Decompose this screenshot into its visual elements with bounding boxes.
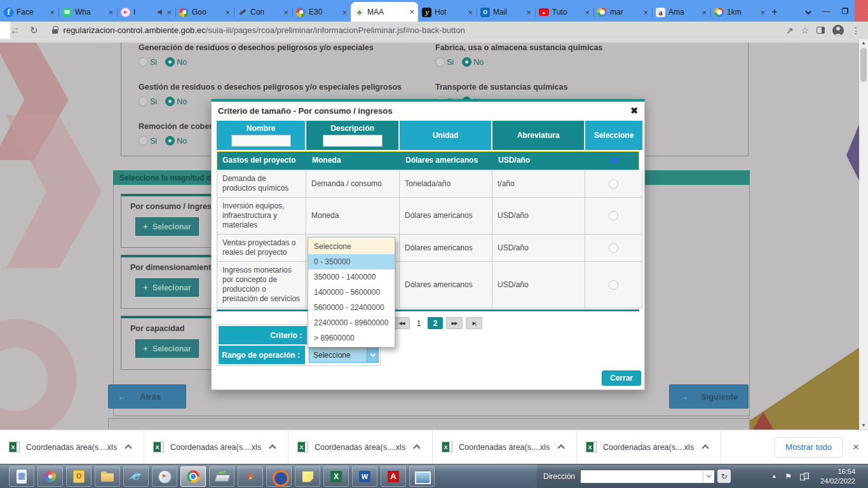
browser-tab[interactable]: Hot ×	[418, 3, 477, 22]
dropdown-option[interactable]: 1400000 - 5600000	[308, 285, 395, 300]
row-select-radio[interactable]	[609, 280, 618, 290]
restore-button[interactable]	[836, 0, 855, 22]
minimize-button[interactable]: —	[817, 0, 836, 22]
taskbar-app[interactable]	[95, 466, 120, 487]
row-select-radio[interactable]	[611, 158, 617, 163]
taskbar-app[interactable]	[180, 466, 206, 487]
taskbar-app[interactable]	[381, 466, 406, 487]
download-item[interactable]: Coordenadas área(s....xls	[0, 430, 144, 464]
chevron-up-icon[interactable]	[557, 444, 564, 451]
browser-tab[interactable]: E30 ×	[292, 3, 351, 22]
forward-icon[interactable]: →	[10, 22, 868, 39]
dropdown-option[interactable]: 22400000 - 89600000	[308, 315, 395, 330]
tab-close-icon[interactable]: ×	[166, 8, 172, 17]
chevron-up-icon[interactable]	[413, 444, 420, 451]
audio-speaker-icon[interactable]	[158, 10, 163, 15]
chevron-up-icon[interactable]	[702, 444, 709, 451]
taskbar-app[interactable]	[352, 466, 377, 487]
taskbar-app[interactable]	[37, 466, 63, 487]
row-select-radio[interactable]	[609, 179, 618, 189]
row-select-radio[interactable]	[609, 243, 618, 253]
scroll-down-icon[interactable]: ▼	[861, 423, 866, 429]
tab-close-icon[interactable]: ×	[468, 8, 473, 17]
table-row[interactable]: Ingresos monetarios por concepto de prod…	[217, 262, 639, 308]
tab-close-icon[interactable]: ×	[283, 8, 288, 17]
page-1-button[interactable]: 1	[413, 317, 424, 329]
dropdown-option[interactable]: 350000 - 1400000	[308, 269, 395, 285]
download-item[interactable]: Coordenadas área(s....xls	[288, 430, 433, 464]
tab-close-icon[interactable]: ×	[702, 8, 707, 17]
chevron-up-icon[interactable]	[125, 444, 132, 451]
table-row[interactable]: Demanda de productos químicos Demanda / …	[217, 170, 639, 198]
download-item[interactable]: Coordenadas área(s....xls	[577, 430, 721, 464]
tab-close-icon[interactable]: ×	[50, 8, 55, 17]
taskbar-app[interactable]	[9, 466, 34, 487]
download-item[interactable]: Coordenadas área(s....xls	[144, 430, 288, 464]
tab-close-icon[interactable]: ×	[342, 8, 347, 17]
page-next-button[interactable]: ▶▶	[446, 317, 463, 329]
browser-tab[interactable]: 1km ×	[710, 3, 769, 22]
tab-close-icon[interactable]: ×	[526, 8, 531, 17]
nombre-filter-input[interactable]	[231, 135, 291, 147]
download-item[interactable]: Coordenadas área(s....xls	[433, 430, 577, 464]
chevron-down-icon[interactable]	[367, 348, 378, 362]
network-icon[interactable]	[800, 473, 809, 480]
taskbar-app[interactable]	[409, 466, 435, 487]
browser-tab[interactable]: Con ×	[234, 3, 292, 22]
browser-tab[interactable]: Wha ×	[58, 3, 117, 22]
taskbar-app[interactable]	[295, 466, 320, 487]
refresh-icon[interactable]: ↻	[717, 470, 731, 483]
taskbar-app[interactable]	[66, 466, 92, 487]
scrollbar-thumb[interactable]	[860, 48, 867, 82]
tab-close-icon[interactable]: ×	[409, 8, 414, 16]
tab-close-icon[interactable]: ×	[585, 8, 590, 17]
page-last-button[interactable]: ▶|	[466, 317, 482, 329]
rango-select[interactable]: Seleccione	[309, 348, 379, 363]
browser-tab[interactable]: Tuto ×	[535, 3, 593, 22]
scroll-up-icon[interactable]: ▲	[861, 40, 866, 46]
tab-close-icon[interactable]: ×	[643, 8, 648, 17]
direccion-input[interactable]	[580, 470, 715, 484]
dropdown-option[interactable]: 0 - 350000	[308, 254, 395, 269]
taskbar-app[interactable]	[266, 466, 292, 487]
downloads-close-icon[interactable]: ×	[853, 441, 859, 454]
taskbar-app[interactable]	[238, 466, 263, 487]
taskbar-app[interactable]	[152, 466, 177, 487]
taskbar-clock[interactable]: 16:54 24/02/2022	[820, 467, 855, 486]
tab-close-icon[interactable]: ×	[760, 8, 765, 17]
excel-file-icon	[442, 442, 452, 452]
taskbar-app[interactable]	[123, 466, 149, 487]
browser-tab[interactable]: mar ×	[593, 3, 652, 22]
row-select-radio[interactable]	[609, 211, 618, 220]
mostrar-todo-button[interactable]: Mostrar todo	[775, 437, 843, 458]
dialog-close-icon[interactable]: ✖	[630, 105, 638, 116]
cerrar-button[interactable]: Cerrar	[602, 370, 641, 386]
page-scrollbar[interactable]: ▲ ▼	[859, 39, 868, 430]
browser-tab[interactable]: I ×	[117, 3, 175, 22]
table-row[interactable]: Gastos del proyecto Moneda Dólares ameri…	[217, 151, 639, 170]
chevron-up-icon[interactable]	[269, 444, 276, 451]
browser-tab[interactable]: Goo ×	[175, 3, 234, 22]
taskbar-app[interactable]	[209, 466, 234, 487]
table-row[interactable]: Ventas proyectadas o reales del proyecto…	[217, 234, 639, 262]
page-prev-button[interactable]: ◀◀	[393, 317, 410, 329]
browser-tab[interactable]: Ama ×	[652, 3, 710, 22]
tab-close-icon[interactable]: ×	[225, 8, 230, 17]
dropdown-option[interactable]: Seleccione	[308, 239, 395, 254]
show-hidden-icons-icon[interactable]: ▲	[771, 473, 776, 479]
dropdown-option[interactable]: > 89600000	[308, 330, 395, 346]
new-tab-button[interactable]: +	[771, 4, 778, 20]
browser-tab[interactable]: Mail ×	[477, 3, 535, 22]
tab-search-chevron-icon[interactable]	[807, 4, 811, 20]
dropdown-option[interactable]: 5600000 - 22400000	[308, 300, 395, 315]
table-row[interactable]: Inversión equipos, infraestructura y mat…	[217, 198, 639, 234]
action-center-flag-icon[interactable]: ⚑	[785, 472, 792, 481]
taskbar-app[interactable]	[323, 466, 349, 487]
tab-close-icon[interactable]: ×	[108, 8, 113, 17]
close-window-button[interactable]: ×	[855, 0, 868, 22]
chevron-down-icon[interactable]	[703, 470, 714, 483]
browser-tab[interactable]: MAA ×	[351, 2, 418, 22]
page-2-button[interactable]: 2	[428, 317, 443, 329]
descripcion-filter-input[interactable]	[323, 135, 383, 147]
browser-tab[interactable]: Face ×	[0, 3, 58, 22]
